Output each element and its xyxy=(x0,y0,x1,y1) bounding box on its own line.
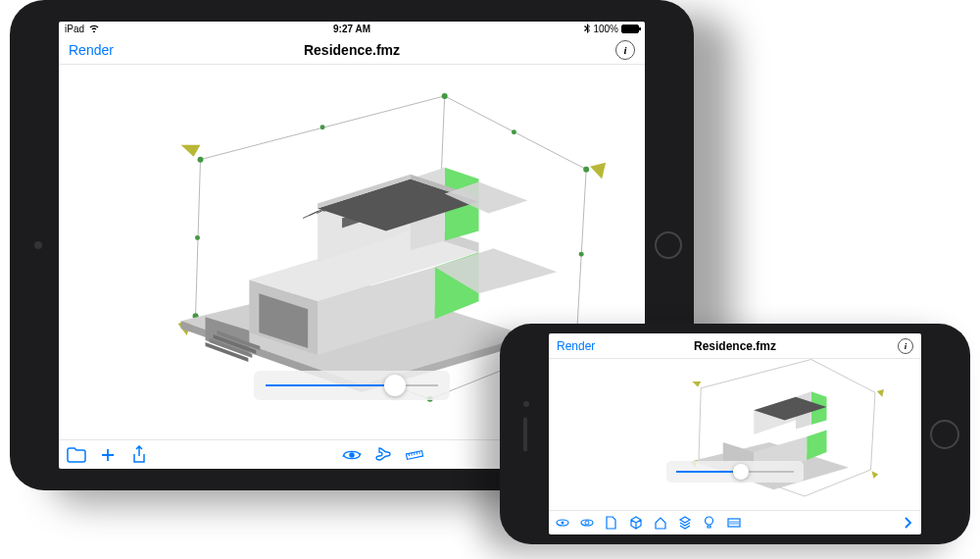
status-right: 100% xyxy=(584,24,639,35)
iphone-slider-fill xyxy=(676,471,741,473)
svg-line-50 xyxy=(414,452,415,455)
bulb-icon[interactable] xyxy=(702,516,716,531)
slider-thumb[interactable] xyxy=(384,375,406,396)
battery-icon xyxy=(621,25,639,33)
folder-icon[interactable] xyxy=(67,445,86,465)
svg-point-7 xyxy=(442,92,448,98)
svg-point-8 xyxy=(583,166,589,172)
battery-percent: 100% xyxy=(593,24,618,34)
iphone-canvas[interactable] xyxy=(549,359,921,510)
slider-fill xyxy=(266,384,395,386)
svg-marker-69 xyxy=(692,381,701,386)
svg-point-18 xyxy=(195,235,200,240)
svg-point-14 xyxy=(512,129,516,134)
svg-marker-68 xyxy=(877,390,884,398)
iphone-home-button[interactable] xyxy=(930,420,959,449)
iphone-screen: Render Residence.fmz i xyxy=(549,333,921,534)
nav-bar: Render Residence.fmz i xyxy=(59,37,645,65)
wifi-icon xyxy=(88,24,100,34)
svg-line-55 xyxy=(871,393,876,471)
cube-icon[interactable] xyxy=(628,516,643,531)
svg-line-59 xyxy=(701,360,811,388)
add-icon[interactable] xyxy=(98,445,118,465)
status-bar: iPad 9:27 AM 100% xyxy=(59,22,645,37)
effects-icon[interactable] xyxy=(726,516,741,531)
view-icon-1[interactable] xyxy=(555,516,569,531)
iphone-slider[interactable] xyxy=(666,461,804,483)
slider-track xyxy=(266,384,438,386)
iphone-info-button[interactable]: i xyxy=(898,338,913,354)
iphone-speaker xyxy=(523,417,527,451)
iphone-back-button[interactable]: Render xyxy=(557,339,595,353)
svg-point-75 xyxy=(585,521,589,525)
bluetooth-icon xyxy=(584,24,590,35)
ruler-icon[interactable] xyxy=(405,445,424,465)
ipad-home-button[interactable] xyxy=(655,231,682,259)
svg-line-49 xyxy=(412,453,413,456)
ipad-camera xyxy=(34,241,42,249)
svg-point-12 xyxy=(198,156,204,162)
svg-marker-20 xyxy=(590,162,606,178)
page-icon[interactable] xyxy=(604,516,618,531)
chevron-right-icon[interactable] xyxy=(901,516,915,531)
iphone-slider-track xyxy=(676,471,794,473)
svg-marker-21 xyxy=(181,144,201,156)
share-icon[interactable] xyxy=(129,445,149,465)
svg-point-73 xyxy=(561,522,564,525)
toolbar-center xyxy=(342,445,424,465)
section-icon[interactable] xyxy=(373,445,393,465)
orbit-icon[interactable] xyxy=(342,445,362,465)
iphone-slider-thumb[interactable] xyxy=(733,464,749,480)
svg-marker-63 xyxy=(807,431,826,461)
home-icon[interactable] xyxy=(653,516,667,531)
svg-point-19 xyxy=(320,125,325,129)
svg-point-46 xyxy=(349,452,354,457)
svg-line-51 xyxy=(416,451,417,454)
svg-line-54 xyxy=(811,360,875,393)
view-icon-2[interactable] xyxy=(579,516,594,531)
iphone-nav-bar: Render Residence.fmz i xyxy=(549,333,921,359)
iphone-camera xyxy=(523,401,529,407)
status-time: 9:27 AM xyxy=(333,24,370,34)
iphone-toolbar xyxy=(549,510,921,534)
svg-line-48 xyxy=(409,453,410,456)
svg-line-52 xyxy=(419,451,420,454)
iphone-model-view xyxy=(549,359,921,510)
svg-point-15 xyxy=(579,251,584,256)
device-label: iPad xyxy=(65,24,84,34)
info-button[interactable]: i xyxy=(615,40,635,60)
svg-line-58 xyxy=(699,388,701,459)
section-slider[interactable] xyxy=(254,371,450,400)
svg-point-76 xyxy=(706,517,713,525)
document-title: Residence.fmz xyxy=(304,42,400,58)
status-left: iPad xyxy=(65,24,100,34)
layers-icon[interactable] xyxy=(677,516,692,531)
iphone-document-title: Residence.fmz xyxy=(694,339,776,353)
back-button[interactable]: Render xyxy=(69,42,114,58)
iphone-device-frame: Render Residence.fmz i xyxy=(500,324,970,544)
iphone-toolbar-tools xyxy=(555,516,741,531)
toolbar-left xyxy=(67,445,149,465)
svg-marker-71 xyxy=(871,472,878,480)
